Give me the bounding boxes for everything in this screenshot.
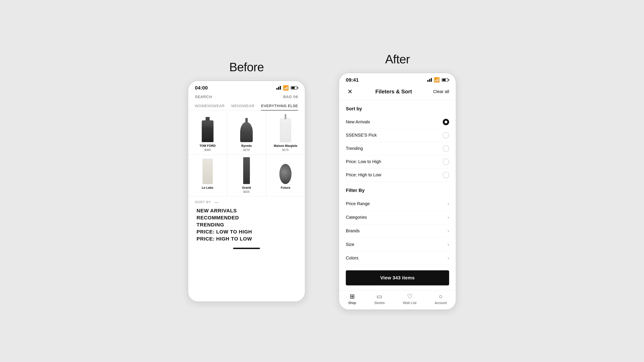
stories-icon: ▭ (376, 293, 382, 300)
sort-trending-row[interactable]: Trending (346, 142, 449, 155)
product-tomford[interactable]: TOM FORD $360 (188, 113, 227, 154)
filter-header: ✕ Fileters & Sort Clear all (339, 84, 456, 100)
filter-section-title: Filter By (346, 188, 449, 193)
sort-sheet-header: SORT BY — (195, 200, 298, 204)
before-label: Before (229, 60, 264, 74)
shop-label: Shop (348, 301, 356, 305)
before-status-icons: 📶 (276, 85, 298, 91)
product-maison[interactable]: Maison Margiela $175 (266, 113, 305, 154)
product-granit-image (236, 157, 258, 184)
sort-price-low-radio[interactable] (443, 159, 449, 165)
sort-trending-radio[interactable] (443, 145, 449, 152)
product-futura-image (274, 157, 296, 184)
before-home-indicator (233, 248, 260, 249)
product-lelabo-brand: Le Labo (202, 186, 213, 190)
sort-price-low-row[interactable]: Price: Low to High (346, 155, 449, 168)
before-status-bar: 04:00 📶 (188, 81, 305, 92)
sort-option-new-arrivals[interactable]: NEW ARRIVALS (196, 208, 298, 214)
account-icon: ○ (439, 293, 442, 300)
before-products-grid: TOM FORD $360 Byredo $270 Maison Margiel… (188, 113, 305, 196)
before-phone-frame: 04:00 📶 SEARCH BAG 06 WOMEN (188, 81, 305, 302)
sort-new-arrivals-radio[interactable] (443, 119, 449, 125)
sort-option-price-high[interactable]: PRICE: HIGH TO LOW (196, 236, 298, 242)
before-tabs: WOMENSWEAR MENSWEAR EVERYTHING ELSE (188, 102, 305, 111)
after-battery-icon (442, 78, 449, 82)
before-signal-icon (276, 86, 281, 90)
tab-everything-else[interactable]: EVERYTHING ELSE (261, 104, 298, 110)
sort-price-low-label: Price: Low to High (346, 159, 381, 164)
price-range-chevron-icon: › (448, 201, 449, 206)
nav-wishlist[interactable]: ♡ Wish List (403, 293, 416, 305)
sort-dash: — (214, 200, 218, 204)
filter-brands-label: Brands (346, 228, 360, 233)
sort-price-high-radio[interactable] (443, 172, 449, 178)
tab-womenswear[interactable]: WOMENSWEAR (195, 104, 224, 110)
filter-header-title: Fileters & Sort (375, 88, 412, 95)
sort-option-price-low[interactable]: PRICE: LOW TO HIGH (196, 229, 298, 235)
nav-shop[interactable]: ⊞ Shop (348, 293, 356, 305)
tab-menswear[interactable]: MENSWEAR (231, 104, 254, 110)
filter-categories-row[interactable]: Categories › (346, 211, 449, 224)
before-battery-icon (291, 86, 298, 89)
before-navbar: SEARCH BAG 06 (188, 92, 305, 102)
filter-size-label: Size (346, 242, 354, 247)
sort-price-high-row[interactable]: Price: High to Low (346, 168, 449, 182)
product-futura-brand: Futura (281, 186, 290, 190)
sort-new-arrivals-row[interactable]: New Arrivals (346, 115, 449, 129)
view-items-button[interactable]: View 343 items (346, 270, 449, 285)
product-tomford-brand: TOM FORD (200, 144, 216, 148)
sort-by-label: SORT BY (195, 200, 211, 204)
sort-option-recommended[interactable]: RECOMMENDED (196, 215, 298, 221)
after-time: 09:41 (346, 77, 359, 83)
after-label: After (385, 52, 410, 66)
after-wifi-icon: 📶 (434, 77, 440, 83)
filter-size-row[interactable]: Size › (346, 238, 449, 251)
before-section: Before 04:00 📶 SEARCH BAG 06 (188, 60, 305, 302)
product-byredo[interactable]: Byredo $270 (227, 113, 266, 154)
filter-colors-label: Colors (346, 255, 358, 261)
nav-stories[interactable]: ▭ Stories (374, 293, 384, 305)
product-granit[interactable]: Granit $325 (227, 155, 266, 196)
before-wifi-icon: 📶 (283, 85, 289, 91)
product-maison-brand: Maison Margiela (274, 144, 297, 148)
filter-body: Sort by New Arrivals SSENSE'S Pick Trend… (339, 100, 456, 265)
filter-price-range-row[interactable]: Price Range › (346, 197, 449, 211)
product-lelabo-image (197, 157, 218, 184)
sort-ssense-pick-radio[interactable] (443, 132, 449, 138)
sort-options-list: NEW ARRIVALS RECOMMENDED TRENDING PRICE:… (195, 208, 298, 242)
stories-label: Stories (374, 301, 384, 305)
shop-icon: ⊞ (350, 293, 355, 300)
sort-option-trending[interactable]: TRENDING (196, 222, 298, 228)
bag-label[interactable]: BAG 06 (283, 95, 298, 99)
after-status-icons: 📶 (427, 77, 449, 83)
product-tomford-price: $360 (204, 148, 211, 152)
after-section: After 09:41 📶 ✕ Fileters & Sort (339, 52, 456, 310)
wishlist-icon: ♡ (407, 293, 412, 300)
product-byredo-image (236, 115, 258, 142)
colors-chevron-icon: › (448, 255, 449, 261)
product-byredo-brand: Byredo (241, 144, 252, 148)
sort-ssense-pick-label: SSENSE'S Pick (346, 133, 377, 138)
sort-ssense-pick-row[interactable]: SSENSE'S Pick (346, 129, 449, 142)
sort-new-arrivals-label: New Arrivals (346, 119, 370, 124)
size-chevron-icon: › (448, 242, 449, 247)
before-time: 04:00 (195, 85, 208, 91)
product-maison-image (274, 115, 296, 142)
nav-account[interactable]: ○ Account (435, 293, 447, 305)
sort-price-high-label: Price: High to Low (346, 172, 381, 177)
sort-section-title: Sort by (346, 106, 449, 111)
filter-colors-row[interactable]: Colors › (346, 251, 449, 265)
product-tomford-image (197, 115, 218, 142)
after-phone-frame: 09:41 📶 ✕ Fileters & Sort Clear all (339, 73, 456, 310)
filter-brands-row[interactable]: Brands › (346, 224, 449, 238)
product-futura[interactable]: Futura (266, 155, 305, 196)
brands-chevron-icon: › (448, 228, 449, 234)
filter-categories-label: Categories (346, 215, 367, 220)
after-status-bar: 09:41 📶 (339, 73, 456, 84)
account-label: Account (435, 301, 447, 305)
clear-all-button[interactable]: Clear all (433, 89, 449, 94)
close-button[interactable]: ✕ (346, 87, 354, 96)
search-label[interactable]: SEARCH (195, 95, 212, 99)
product-lelabo[interactable]: Le Labo (188, 155, 227, 196)
filter-price-range-label: Price Range (346, 201, 370, 206)
